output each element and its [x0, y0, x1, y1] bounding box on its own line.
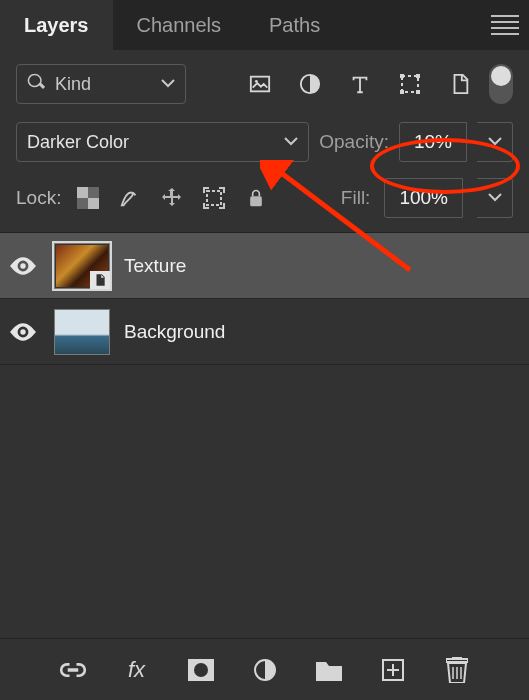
- lock-pixels-icon[interactable]: [117, 185, 143, 211]
- svg-rect-6: [400, 90, 404, 94]
- link-layers-icon[interactable]: [59, 656, 87, 684]
- svg-point-14: [20, 329, 25, 334]
- new-layer-icon[interactable]: [379, 656, 407, 684]
- svg-point-1: [255, 80, 258, 83]
- adjustment-layer-icon[interactable]: [251, 656, 279, 684]
- visibility-toggle[interactable]: [6, 323, 40, 341]
- fill-label: Fill:: [341, 187, 371, 209]
- panel-menu-icon[interactable]: [491, 11, 519, 39]
- filter-toggle[interactable]: [489, 64, 513, 104]
- layer-item-texture[interactable]: Texture: [0, 233, 529, 299]
- group-icon[interactable]: [315, 656, 343, 684]
- delete-layer-icon[interactable]: [443, 656, 471, 684]
- svg-rect-10: [88, 198, 99, 209]
- filter-pixel-icon[interactable]: [247, 71, 273, 97]
- blend-mode-select[interactable]: Darker Color: [16, 122, 309, 162]
- layer-name[interactable]: Texture: [124, 255, 186, 277]
- lock-label: Lock:: [16, 187, 61, 209]
- lock-artboard-icon[interactable]: [201, 185, 227, 211]
- layer-thumbnail[interactable]: [54, 309, 110, 355]
- layer-item-background[interactable]: Background: [0, 299, 529, 365]
- svg-point-16: [194, 663, 208, 677]
- svg-rect-11: [207, 191, 221, 205]
- svg-rect-5: [416, 74, 420, 78]
- search-icon: [27, 73, 45, 96]
- opacity-value-input[interactable]: 10%: [399, 122, 467, 162]
- svg-rect-7: [416, 90, 420, 94]
- lock-row: Lock: Fill: 100%: [0, 170, 529, 232]
- blend-row: Darker Color Opacity: 10%: [0, 114, 529, 170]
- opacity-label: Opacity:: [319, 131, 389, 153]
- blend-mode-value: Darker Color: [27, 132, 129, 153]
- filter-row: Kind: [0, 50, 529, 114]
- layers-panel: Layers Channels Paths Kind: [0, 0, 529, 700]
- tab-paths[interactable]: Paths: [245, 0, 344, 50]
- smart-object-badge-icon: [90, 271, 110, 289]
- svg-rect-3: [402, 76, 418, 92]
- layer-mask-icon[interactable]: [187, 656, 215, 684]
- filter-adjustment-icon[interactable]: [297, 71, 323, 97]
- chevron-down-icon: [284, 137, 298, 147]
- filter-smartobject-icon[interactable]: [447, 71, 473, 97]
- filter-kind-label: Kind: [55, 74, 91, 95]
- layer-name[interactable]: Background: [124, 321, 225, 343]
- lock-all-icon[interactable]: [243, 185, 269, 211]
- filter-shape-icon[interactable]: [397, 71, 423, 97]
- visibility-toggle[interactable]: [6, 257, 40, 275]
- panel-tabs: Layers Channels Paths: [0, 0, 529, 50]
- lock-transparency-icon[interactable]: [75, 185, 101, 211]
- layer-style-icon[interactable]: fx: [123, 656, 151, 684]
- tab-channels[interactable]: Channels: [113, 0, 246, 50]
- chevron-down-icon: [161, 79, 175, 89]
- bottom-toolbar: fx: [0, 638, 529, 700]
- fill-value-input[interactable]: 100%: [384, 178, 463, 218]
- svg-rect-0: [251, 77, 269, 92]
- layer-thumbnail[interactable]: [54, 243, 110, 289]
- svg-rect-4: [400, 74, 404, 78]
- tab-layers[interactable]: Layers: [0, 0, 113, 50]
- fill-dropdown[interactable]: [477, 178, 513, 218]
- filter-type-icon[interactable]: [347, 71, 373, 97]
- layer-list: Texture Background: [0, 232, 529, 638]
- lock-position-icon[interactable]: [159, 185, 185, 211]
- svg-point-13: [20, 263, 25, 268]
- filter-type-select[interactable]: Kind: [16, 64, 186, 104]
- svg-rect-12: [251, 196, 263, 206]
- svg-rect-9: [77, 187, 88, 198]
- opacity-dropdown[interactable]: [477, 122, 513, 162]
